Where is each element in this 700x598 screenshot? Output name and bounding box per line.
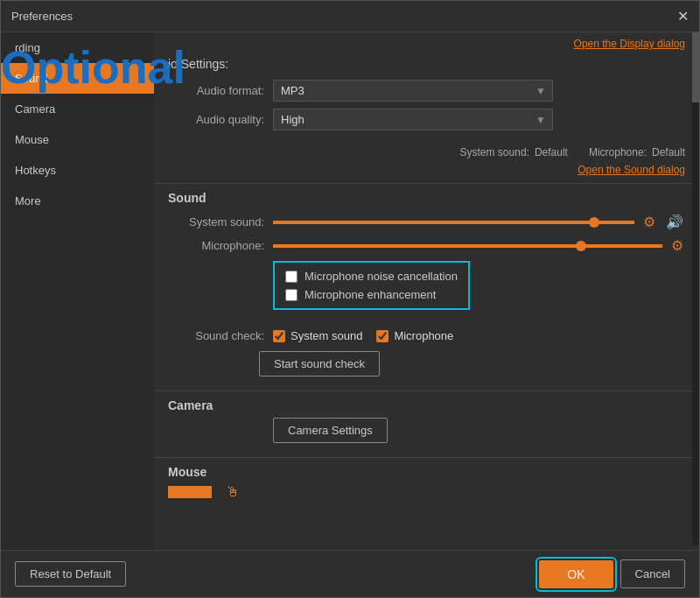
scrollbar-thumb[interactable] [692, 32, 699, 102]
title-bar: Preferences ✕ [1, 1, 699, 32]
microphone-slider-container: ⚙ [273, 237, 685, 254]
audio-format-select-wrapper: MP3 WAV AAC ▼ [273, 80, 553, 102]
system-sound-status-value: Default [535, 146, 568, 158]
close-button[interactable]: ✕ [677, 8, 689, 25]
sidebar-item-sound[interactable]: Sound [1, 63, 154, 94]
microphone-check-checkbox[interactable] [376, 330, 388, 342]
sound-check-label: Sound check: [168, 329, 264, 342]
microphone-check-label: Microphone [394, 329, 453, 342]
audio-format-label: Audio format: [168, 84, 264, 97]
main-content: Open the Display dialog io Settings: Aud… [154, 32, 699, 550]
mouse-icon: 🖱 [226, 484, 240, 500]
sound-check-items: System sound Microphone [273, 329, 453, 342]
mouse-slider-row: 🖱 [168, 484, 685, 500]
microphone-slider-label: Microphone: [168, 239, 264, 252]
camera-settings-button[interactable]: Camera Settings [273, 418, 388, 443]
microphone-options-container: Microphone noise cancellation Microphone… [273, 261, 685, 310]
system-sound-volume-icon[interactable]: 🔊 [664, 214, 685, 230]
microphone-settings-icon[interactable]: ⚙ [669, 237, 685, 254]
ok-button[interactable]: OK [539, 560, 612, 588]
audio-format-row: Audio format: MP3 WAV AAC ▼ [168, 80, 685, 102]
footer-right: OK Cancel [539, 559, 685, 588]
noise-cancellation-checkbox[interactable] [285, 271, 298, 283]
system-sound-settings-icon[interactable]: ⚙ [641, 214, 657, 230]
sidebar-item-more[interactable]: More [1, 186, 154, 216]
sidebar: rding Sound Camera Mouse Hotkeys More [1, 32, 154, 550]
system-sound-check-checkbox[interactable] [273, 330, 285, 342]
system-sound-slider-container: ⚙ 🔊 [273, 214, 685, 230]
start-sound-check-container: Start sound check [259, 351, 685, 376]
system-sound-status-label: System sound: [460, 146, 529, 158]
open-display-link[interactable]: Open the Display dialog [574, 38, 685, 50]
mouse-color-indicator [168, 486, 212, 498]
noise-cancellation-label: Microphone noise cancellation [304, 270, 458, 283]
start-sound-check-button[interactable]: Start sound check [259, 351, 380, 376]
enhancement-row: Microphone enhancement [285, 288, 458, 301]
open-sound-link-row: Open the Sound dialog [154, 162, 699, 183]
sidebar-item-hotkeys[interactable]: Hotkeys [1, 155, 154, 186]
audio-quality-row: Audio quality: High Medium Low ▼ [168, 109, 685, 130]
audio-section-title: io Settings: [154, 52, 699, 80]
system-sound-slider-label: System sound: [168, 215, 264, 229]
microphone-slider[interactable] [273, 244, 662, 248]
open-sound-dialog-link[interactable]: Open the Sound dialog [578, 164, 685, 176]
main-header: Open the Display dialog [154, 32, 699, 52]
sound-controls: System sound: ⚙ 🔊 Microphone: ⚙ [154, 210, 699, 329]
camera-section: Camera Settings [154, 418, 699, 457]
system-sound-status: System sound: Default [460, 146, 568, 158]
sidebar-item-camera[interactable]: Camera [1, 94, 154, 124]
sound-check-row: Sound check: System sound Microphone [154, 329, 699, 342]
scrollbar-track[interactable] [692, 32, 699, 545]
microphone-check-item: Microphone [376, 329, 453, 342]
sound-section-divider: Sound [154, 183, 699, 210]
audio-quality-select[interactable]: High Medium Low [273, 109, 553, 130]
sidebar-item-recording[interactable]: rding [1, 32, 154, 63]
camera-btn-row: Camera Settings [273, 418, 685, 443]
mouse-section-divider: Mouse [154, 457, 699, 484]
dialog-body: rding Sound Camera Mouse Hotkeys More Op… [1, 32, 699, 550]
dialog-title: Preferences [11, 10, 73, 23]
audio-quality-select-wrapper: High Medium Low ▼ [273, 109, 553, 130]
cancel-button[interactable]: Cancel [620, 559, 685, 588]
audio-settings: Audio format: MP3 WAV AAC ▼ Audio qualit… [154, 80, 699, 144]
enhancement-label: Microphone enhancement [304, 288, 436, 301]
status-row: System sound: Default Microphone: Defaul… [154, 144, 699, 162]
system-sound-slider[interactable] [273, 221, 634, 224]
reset-to-default-button[interactable]: Reset to Default [15, 561, 126, 587]
noise-cancellation-row: Microphone noise cancellation [285, 270, 458, 283]
mouse-section: 🖱 [154, 484, 699, 500]
system-sound-check-label: System sound [290, 329, 362, 342]
enhancement-checkbox[interactable] [285, 289, 298, 301]
system-sound-check-item: System sound [273, 329, 362, 342]
preferences-dialog: Preferences ✕ Optional rding Sound Camer… [0, 0, 700, 598]
sidebar-item-mouse[interactable]: Mouse [1, 124, 154, 155]
microphone-status: Microphone: Default [589, 146, 685, 158]
footer: Reset to Default OK Cancel [1, 550, 699, 597]
system-sound-slider-row: System sound: ⚙ 🔊 [168, 214, 685, 230]
microphone-status-value: Default [652, 146, 685, 158]
microphone-slider-row: Microphone: ⚙ [168, 237, 685, 254]
audio-format-select[interactable]: MP3 WAV AAC [273, 80, 553, 102]
microphone-options-box: Microphone noise cancellation Microphone… [273, 261, 470, 310]
camera-section-divider: Camera [154, 390, 699, 418]
microphone-status-label: Microphone: [589, 146, 647, 158]
audio-quality-label: Audio quality: [168, 113, 264, 126]
